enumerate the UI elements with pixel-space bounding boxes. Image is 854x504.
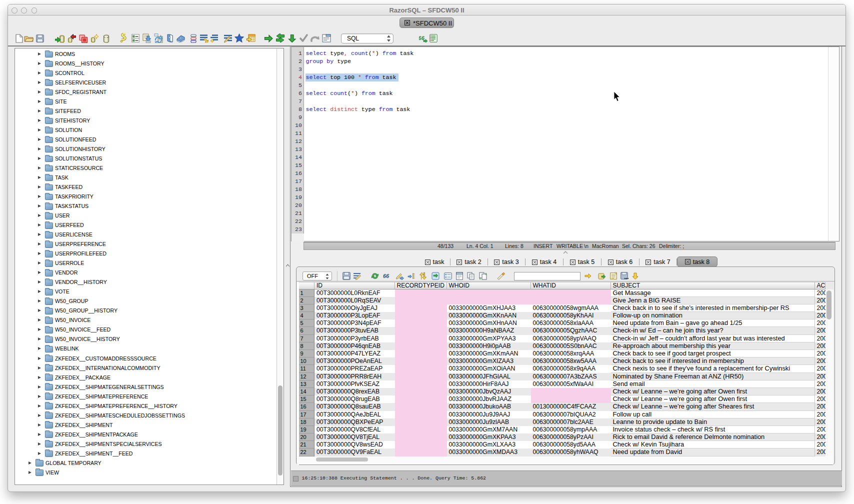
svg-text:66: 66	[383, 273, 390, 279]
